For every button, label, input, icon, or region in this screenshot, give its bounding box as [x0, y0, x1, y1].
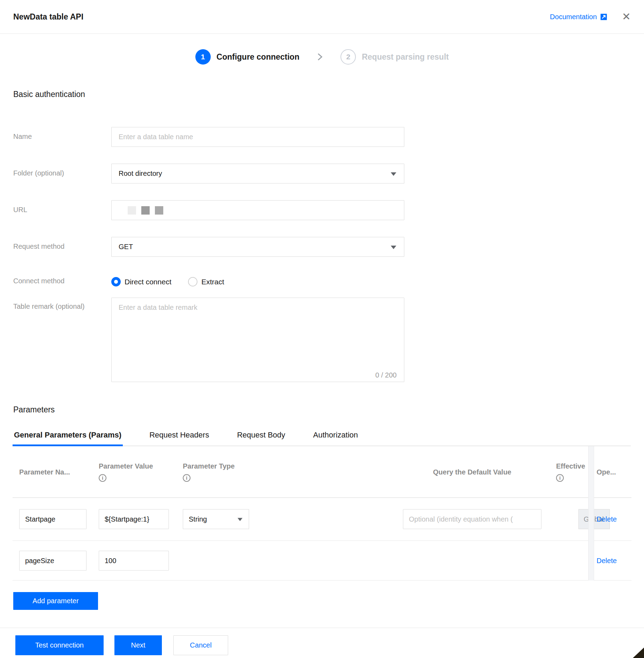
step-1-circle: 1 [195, 49, 211, 65]
close-icon[interactable]: ✕ [622, 12, 631, 22]
delete-parameter-link[interactable]: Delete [597, 556, 617, 564]
column-header-query-default-value: Query the Default Value [403, 468, 541, 476]
redacted-block [155, 206, 163, 215]
radio-unselected-icon [188, 277, 197, 286]
column-header-parameter-value-label: Parameter Value [99, 462, 153, 470]
redacted-block [128, 206, 136, 215]
tab-request-body[interactable]: Request Body [235, 431, 286, 446]
corner-resize-handle [633, 648, 644, 658]
column-header-parameter-type-label: Parameter Type [183, 462, 235, 470]
table-remark-label: Table remark (optional) [13, 298, 111, 383]
dialog-header: NewData table API Documentation ✕ [0, 0, 644, 34]
param-value-input[interactable] [99, 509, 169, 529]
request-method-select[interactable]: GET [111, 237, 404, 257]
step-2-circle: 2 [340, 49, 356, 65]
chevron-down-icon [391, 172, 396, 176]
radio-selected-icon [111, 277, 121, 286]
folder-label: Folder (optional) [13, 164, 111, 184]
info-icon[interactable]: i [183, 474, 190, 482]
column-header-parameter-type: Parameter Type i [183, 462, 235, 482]
param-name-input[interactable] [19, 509, 87, 529]
table-header-row: Parameter Na... Parameter Value i Parame… [13, 446, 631, 498]
radio-extract-label: Extract [201, 278, 224, 286]
basic-authentication-heading: Basic authentication [13, 90, 644, 99]
tab-authorization[interactable]: Authorization [312, 431, 359, 446]
connect-method-label: Connect method [13, 274, 111, 298]
param-name-input[interactable] [19, 551, 87, 570]
parameters-heading: Parameters [13, 405, 644, 414]
documentation-link-label: Documentation [550, 13, 597, 21]
cancel-button[interactable]: Cancel [173, 635, 228, 655]
info-icon[interactable]: i [99, 474, 106, 482]
step-2-label: Request parsing result [362, 52, 449, 62]
next-button[interactable]: Next [114, 635, 162, 655]
param-type-select[interactable]: String [183, 509, 249, 529]
test-connection-button[interactable]: Test connection [15, 635, 104, 655]
name-input[interactable] [111, 127, 404, 147]
param-default-input[interactable] [403, 509, 541, 529]
chevron-down-icon [238, 518, 242, 521]
column-header-effective-label: Effective [556, 462, 585, 470]
request-method-value: GET [119, 243, 133, 251]
external-link-icon [600, 13, 607, 21]
table-row: Delete [13, 541, 631, 581]
new-data-table-api-dialog: NewData table API Documentation ✕ 1 Conf… [0, 0, 644, 658]
table-scrollbar[interactable] [588, 446, 594, 581]
tab-request-headers[interactable]: Request Headers [148, 431, 210, 446]
table-row: String Global Delete [13, 498, 631, 541]
param-type-value: String [189, 515, 207, 523]
parameters-tabs: General Parameters (Params) Request Head… [13, 431, 631, 446]
dialog-footer: Test connection Next Cancel [0, 628, 644, 655]
url-input[interactable] [111, 200, 404, 220]
step-1-label: Configure connection [217, 52, 300, 62]
column-header-parameter-name: Parameter Na... [19, 468, 87, 476]
name-label: Name [13, 127, 111, 147]
documentation-link[interactable]: Documentation [550, 13, 607, 21]
dialog-title: NewData table API [13, 12, 83, 22]
stepper: 1 Configure connection 2 Request parsing… [0, 49, 644, 65]
column-header-operation: Ope... [597, 468, 616, 476]
radio-extract[interactable]: Extract [188, 277, 224, 286]
tab-general-parameters[interactable]: General Parameters (Params) [13, 431, 123, 446]
add-parameter-button[interactable]: Add parameter [13, 592, 98, 610]
chevron-down-icon [391, 246, 396, 249]
url-label: URL [13, 200, 111, 220]
basic-authentication-form: Name Folder (optional) Root directory UR… [13, 127, 644, 383]
table-remark-textarea[interactable] [111, 298, 404, 382]
param-value-input[interactable] [99, 551, 169, 570]
delete-parameter-link[interactable]: Delete [597, 515, 617, 523]
column-header-parameter-value: Parameter Value i [99, 462, 153, 482]
step-request-parsing-result: 2 Request parsing result [340, 49, 449, 65]
radio-direct-connect-label: Direct connect [125, 278, 171, 286]
folder-select[interactable]: Root directory [111, 164, 404, 184]
request-method-label: Request method [13, 237, 111, 257]
redacted-block [141, 206, 150, 215]
radio-direct-connect[interactable]: Direct connect [111, 277, 171, 286]
connect-method-options: Direct connect Extract [111, 274, 404, 286]
folder-select-value: Root directory [119, 170, 162, 178]
character-counter: 0 / 200 [375, 371, 397, 379]
column-header-effective: Effective i [556, 462, 585, 482]
step-configure-connection: 1 Configure connection [195, 49, 300, 65]
parameters-table: Parameter Na... Parameter Value i Parame… [13, 446, 631, 581]
chevron-right-icon [315, 52, 324, 62]
info-icon[interactable]: i [556, 474, 564, 482]
